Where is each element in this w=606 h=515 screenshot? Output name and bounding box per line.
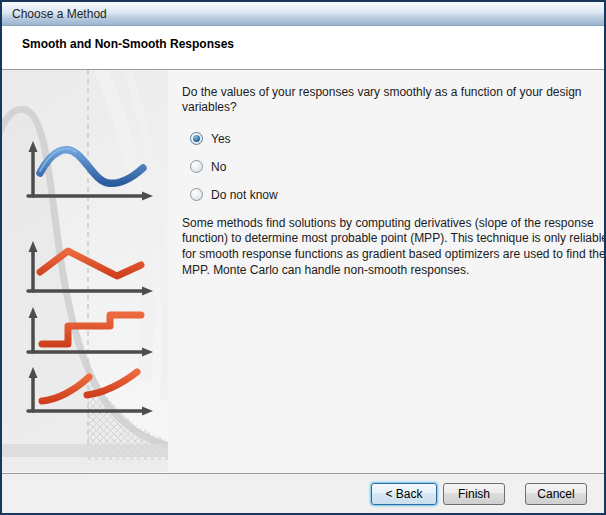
- back-button[interactable]: < Back: [371, 483, 437, 505]
- radio-option-yes[interactable]: Yes: [190, 132, 606, 146]
- radio-selected-dot: [193, 135, 200, 142]
- wizard-content: Do the values of your responses vary smo…: [168, 70, 606, 473]
- choose-a-method-dialog: Choose a Method Smooth and Non-Smooth Re…: [0, 0, 606, 515]
- radio-label: Do not know: [211, 188, 278, 202]
- button-bar: < Back Finish Cancel: [2, 473, 604, 513]
- title-bar[interactable]: Choose a Method: [2, 2, 604, 26]
- page-title: Smooth and Non-Smooth Responses: [22, 37, 604, 51]
- illustration-panel: [2, 70, 168, 473]
- cancel-button[interactable]: Cancel: [525, 483, 587, 505]
- response-smoothness-radio-group: Yes No Do not know: [190, 132, 606, 202]
- radio-label: Yes: [211, 132, 231, 146]
- response-curves-illustration: [2, 70, 168, 473]
- dialog-body: Do the values of your responses vary smo…: [2, 70, 604, 473]
- question-text: Do the values of your responses vary smo…: [182, 85, 596, 116]
- radio-option-do-not-know[interactable]: Do not know: [190, 188, 606, 202]
- radio-button-icon: [190, 160, 203, 173]
- method-description-text: Some methods find solutions by computing…: [182, 216, 606, 278]
- finish-button[interactable]: Finish: [443, 483, 505, 505]
- radio-button-icon: [190, 188, 203, 201]
- radio-option-no[interactable]: No: [190, 160, 606, 174]
- radio-button-icon: [190, 132, 203, 145]
- reflection-band: [2, 444, 168, 457]
- wizard-step-header: Smooth and Non-Smooth Responses: [2, 26, 604, 70]
- radio-label: No: [211, 160, 226, 174]
- window-title: Choose a Method: [12, 7, 107, 21]
